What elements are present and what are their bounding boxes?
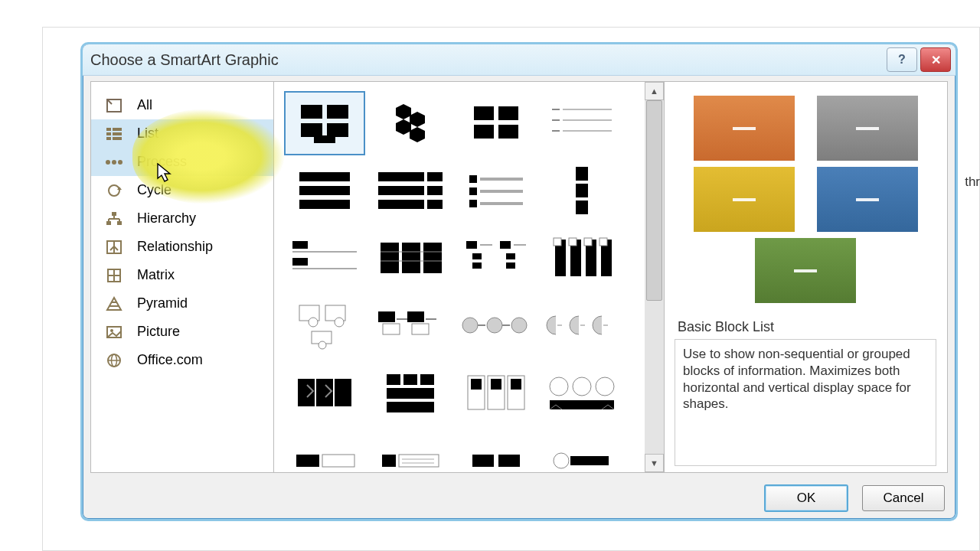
svg-rect-135 bbox=[399, 455, 439, 467]
help-button[interactable]: ? bbox=[887, 47, 917, 72]
close-icon: ✕ bbox=[931, 53, 941, 67]
svg-rect-34 bbox=[301, 123, 322, 137]
category-officecom[interactable]: Office.com bbox=[91, 346, 273, 374]
svg-rect-66 bbox=[576, 167, 588, 181]
layout-vertical-block-list[interactable] bbox=[543, 227, 621, 289]
svg-rect-44 bbox=[498, 125, 518, 139]
svg-rect-125 bbox=[491, 379, 501, 390]
svg-point-110 bbox=[511, 318, 527, 333]
close-button[interactable]: ✕ bbox=[920, 47, 951, 72]
svg-rect-43 bbox=[474, 125, 494, 139]
layout-stacked-list[interactable] bbox=[543, 160, 621, 221]
layout-continuous-picture-list[interactable] bbox=[457, 295, 535, 356]
svg-rect-102 bbox=[407, 311, 424, 322]
dialog-footer: OK Cancel bbox=[83, 477, 956, 519]
svg-point-10 bbox=[109, 185, 119, 196]
layout-square-accent-list[interactable] bbox=[457, 160, 535, 221]
category-all[interactable]: All bbox=[91, 91, 273, 119]
category-relationship[interactable]: Relationship bbox=[91, 233, 273, 261]
svg-rect-84 bbox=[506, 253, 515, 259]
svg-rect-120 bbox=[387, 388, 434, 399]
ok-button[interactable]: OK bbox=[764, 484, 848, 512]
svg-rect-141 bbox=[570, 456, 609, 465]
titlebar: Choose a SmartArt Graphic ? ✕ bbox=[83, 44, 956, 76]
svg-point-128 bbox=[550, 377, 568, 396]
scroll-down-button[interactable]: ▼ bbox=[645, 454, 664, 472]
svg-point-106 bbox=[462, 318, 478, 333]
layout-lined-list[interactable] bbox=[543, 93, 621, 154]
svg-rect-90 bbox=[554, 238, 561, 246]
svg-rect-58 bbox=[378, 200, 424, 209]
scroll-thumb[interactable] bbox=[646, 100, 662, 301]
scroll-up-button[interactable]: ▲ bbox=[645, 82, 664, 100]
layout-hierarchy-list[interactable] bbox=[457, 227, 535, 289]
svg-rect-117 bbox=[387, 374, 400, 385]
relationship-icon bbox=[105, 239, 123, 256]
process-icon bbox=[105, 154, 123, 171]
category-label: Relationship bbox=[137, 239, 213, 255]
category-label: List bbox=[137, 126, 158, 142]
category-pyramid[interactable]: Pyramid bbox=[91, 289, 273, 318]
layout-vertical-picture-list[interactable] bbox=[371, 362, 449, 423]
category-label: All bbox=[137, 97, 152, 113]
preview-block-4 bbox=[817, 167, 918, 232]
svg-rect-80 bbox=[472, 253, 482, 259]
category-hierarchy[interactable]: Hierarchy bbox=[91, 204, 273, 233]
layout-basic-block-list[interactable] bbox=[284, 91, 365, 155]
layout-gallery: ▲ ▼ bbox=[273, 82, 665, 472]
dialog-body: All List Process bbox=[90, 81, 948, 473]
preview-block-2 bbox=[817, 96, 918, 161]
preview-block-5 bbox=[755, 238, 856, 303]
category-picture[interactable]: Picture bbox=[91, 318, 273, 346]
svg-rect-82 bbox=[500, 241, 511, 249]
svg-rect-2 bbox=[106, 132, 111, 135]
layout-picture-caption-list[interactable] bbox=[457, 93, 535, 154]
cancel-button[interactable]: Cancel bbox=[862, 485, 945, 511]
layout-horizontal-picture-list[interactable] bbox=[457, 362, 535, 423]
layout-vertical-bullet-list[interactable] bbox=[286, 227, 364, 289]
layout-grouped-list[interactable] bbox=[286, 362, 364, 423]
layout-horizontal-bullet-list[interactable] bbox=[371, 160, 449, 221]
category-process[interactable]: Process bbox=[91, 148, 273, 176]
layout-table-list[interactable] bbox=[371, 227, 449, 289]
svg-rect-92 bbox=[584, 238, 592, 246]
hierarchy-icon bbox=[105, 210, 123, 227]
svg-rect-127 bbox=[511, 379, 521, 390]
svg-point-9 bbox=[118, 160, 122, 165]
svg-rect-64 bbox=[469, 200, 477, 207]
preview-description: Use to show non-sequential or grouped bl… bbox=[675, 339, 936, 466]
layout-picture-accent-list[interactable] bbox=[286, 295, 364, 356]
layout-alternating-hexagons[interactable] bbox=[371, 93, 449, 154]
svg-rect-93 bbox=[599, 238, 607, 246]
svg-rect-74 bbox=[402, 243, 420, 273]
layout-vertical-box-list[interactable] bbox=[286, 160, 364, 221]
svg-rect-53 bbox=[299, 200, 350, 209]
category-list-type[interactable]: List bbox=[91, 119, 273, 148]
svg-rect-57 bbox=[427, 186, 443, 195]
gallery-scrollbar[interactable]: ▲ ▼ bbox=[645, 82, 664, 472]
svg-rect-138 bbox=[472, 455, 494, 467]
svg-rect-33 bbox=[327, 105, 348, 119]
svg-point-140 bbox=[554, 453, 569, 468]
svg-point-129 bbox=[573, 377, 591, 396]
background-text: thr bbox=[965, 174, 980, 190]
layout-pie-process[interactable] bbox=[543, 295, 621, 356]
svg-rect-67 bbox=[576, 184, 588, 197]
layout-bending-picture-list[interactable] bbox=[371, 295, 449, 356]
svg-point-97 bbox=[335, 318, 344, 327]
scroll-track[interactable] bbox=[645, 99, 664, 455]
svg-rect-56 bbox=[378, 186, 424, 195]
category-list: All List Process bbox=[91, 82, 273, 374]
pyramid-icon bbox=[105, 295, 123, 312]
category-matrix[interactable]: Matrix bbox=[91, 261, 273, 289]
svg-rect-13 bbox=[106, 221, 111, 225]
svg-rect-36 bbox=[314, 135, 335, 143]
svg-rect-118 bbox=[403, 374, 417, 385]
svg-rect-71 bbox=[292, 258, 308, 266]
smartart-dialog: Choose a SmartArt Graphic ? ✕ All List bbox=[80, 42, 958, 521]
svg-rect-119 bbox=[420, 374, 434, 385]
svg-point-99 bbox=[318, 341, 326, 349]
category-cycle[interactable]: Cycle bbox=[91, 176, 273, 204]
layout-circle-picture-list[interactable] bbox=[543, 362, 621, 423]
preview-block-3 bbox=[694, 167, 795, 232]
